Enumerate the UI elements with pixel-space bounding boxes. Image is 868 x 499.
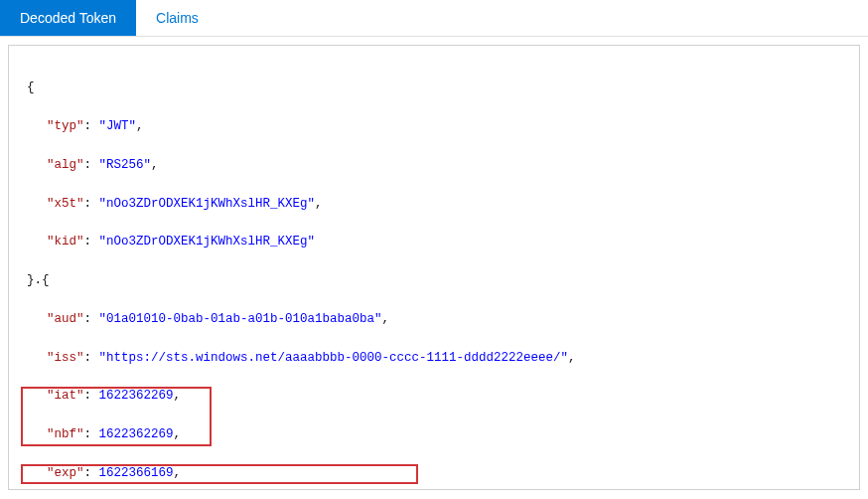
- claim-exp: "exp": 1622366169,: [27, 464, 841, 483]
- header-x5t: "x5t": "nOo3ZDrODXEK1jKWhXslHR_KXEg",: [27, 195, 841, 214]
- token-json-viewer: { "typ": "JWT", "alg": "RS256", "x5t": "…: [8, 45, 860, 490]
- json-brace-open: {: [27, 79, 841, 97]
- header-alg: "alg": "RS256",: [27, 156, 841, 175]
- header-typ: "typ": "JWT",: [27, 117, 841, 136]
- tab-decoded-token[interactable]: Decoded Token: [0, 0, 136, 36]
- claim-aud: "aud": "01a01010-0bab-01ab-a01b-010a1bab…: [27, 310, 841, 329]
- header-kid: "kid": "nOo3ZDrODXEK1jKWhXslHR_KXEg": [27, 233, 841, 251]
- claim-iat: "iat": 1622362269,: [27, 387, 841, 406]
- claim-nbf: "nbf": 1622362269,: [27, 425, 841, 444]
- tab-claims[interactable]: Claims: [136, 0, 218, 36]
- tabs-bar: Decoded Token Claims: [0, 0, 868, 37]
- json-section-divider: }.{: [27, 271, 841, 290]
- claim-iss: "iss": "https://sts.windows.net/aaaabbbb…: [27, 349, 841, 368]
